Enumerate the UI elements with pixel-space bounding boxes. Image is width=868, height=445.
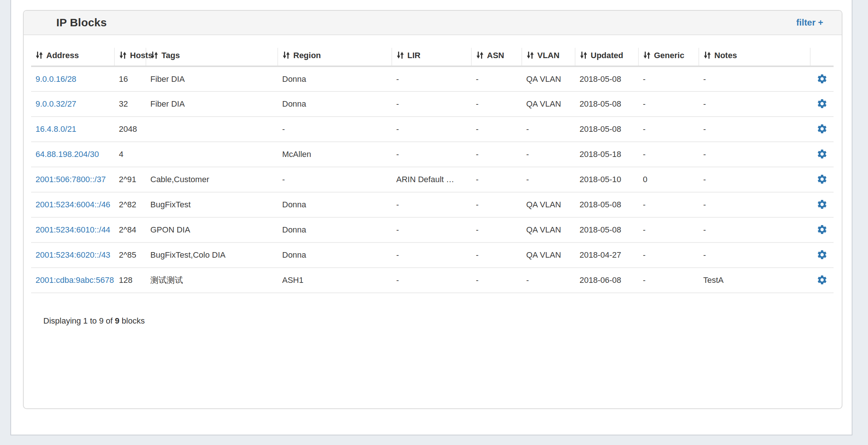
pagination-summary: Displaying 1 to 9 of 9 blocks bbox=[43, 316, 829, 326]
cell-generic: - bbox=[638, 142, 699, 167]
cell-vlan: QA VLAN bbox=[522, 242, 575, 268]
cell-region: - bbox=[278, 167, 392, 192]
cell-updated: 2018-06-08 bbox=[575, 268, 638, 293]
row-settings-button[interactable] bbox=[815, 122, 829, 136]
column-label: Hosts bbox=[130, 51, 153, 60]
table-header-row: Address Hosts Tags Region LIR ASN VLAN U… bbox=[31, 48, 834, 66]
address-link[interactable]: 2001:5234:6020::/43 bbox=[36, 250, 110, 260]
cell-address: 64.88.198.204/30 bbox=[31, 142, 114, 167]
cell-lir: - bbox=[392, 217, 471, 242]
cell-asn: - bbox=[471, 66, 522, 91]
row-settings-button[interactable] bbox=[815, 197, 829, 211]
sort-arrows-icon bbox=[526, 51, 535, 60]
cell-actions bbox=[810, 167, 834, 192]
cell-region: Donna bbox=[278, 66, 392, 91]
column-header-region[interactable]: Region bbox=[278, 48, 392, 66]
cell-notes: - bbox=[699, 167, 810, 192]
cell-vlan: - bbox=[522, 117, 575, 142]
cell-generic: - bbox=[638, 91, 699, 117]
row-settings-button[interactable] bbox=[815, 273, 829, 287]
cell-lir: - bbox=[392, 117, 471, 142]
column-header-notes[interactable]: Notes bbox=[699, 48, 810, 66]
table-row: 2001:5234:6004::/46 2^82 BugFixTest Donn… bbox=[31, 192, 834, 217]
pagination-text-suffix: blocks bbox=[122, 316, 145, 325]
gear-icon bbox=[817, 249, 828, 260]
gear-icon bbox=[817, 174, 828, 185]
address-link[interactable]: 2001:506:7800::/37 bbox=[36, 175, 106, 184]
column-label: Tags bbox=[161, 51, 180, 60]
cell-tags: 测试测试 bbox=[146, 268, 278, 293]
cell-actions bbox=[810, 91, 834, 117]
cell-vlan: QA VLAN bbox=[522, 192, 575, 217]
cell-region: Donna bbox=[278, 192, 392, 217]
cell-tags: BugFixTest,Colo DIA bbox=[146, 242, 278, 268]
content-panel: IP Blocks filter + Address Hosts Tags Re… bbox=[10, 0, 852, 435]
cell-actions bbox=[810, 192, 834, 217]
table-row: 2001:506:7800::/37 2^91 Cable,Customer -… bbox=[31, 167, 834, 192]
sort-arrows-icon bbox=[475, 51, 484, 60]
column-header-updated[interactable]: Updated bbox=[575, 48, 638, 66]
cell-updated: 2018-04-27 bbox=[575, 242, 638, 268]
cell-hosts: 4 bbox=[114, 142, 146, 167]
cell-region: ASH1 bbox=[278, 268, 392, 293]
cell-lir: - bbox=[392, 192, 471, 217]
table-row: 2001:cdba:9abc:5678::… 128 测试测试 ASH1 - -… bbox=[31, 268, 834, 293]
row-settings-button[interactable] bbox=[815, 72, 829, 86]
column-label: Region bbox=[293, 51, 321, 60]
column-header-hosts[interactable]: Hosts bbox=[114, 48, 146, 66]
cell-address: 2001:5234:6010::/44 bbox=[31, 217, 114, 242]
sort-arrows-icon bbox=[396, 51, 405, 60]
cell-tags: Fiber DIA bbox=[146, 91, 278, 117]
row-settings-button[interactable] bbox=[815, 248, 829, 262]
cell-region: Donna bbox=[278, 217, 392, 242]
address-link[interactable]: 16.4.8.0/21 bbox=[36, 124, 76, 134]
address-link[interactable]: 2001:cdba:9abc:5678::… bbox=[36, 275, 114, 285]
ip-blocks-card: IP Blocks filter + Address Hosts Tags Re… bbox=[23, 10, 842, 409]
sort-arrows-icon bbox=[579, 51, 588, 60]
column-header-address[interactable]: Address bbox=[31, 48, 114, 66]
gear-icon bbox=[817, 73, 828, 84]
column-header-tags[interactable]: Tags bbox=[146, 48, 278, 66]
sort-arrows-icon bbox=[118, 51, 127, 60]
cell-address: 2001:506:7800::/37 bbox=[31, 167, 114, 192]
column-header-vlan[interactable]: VLAN bbox=[522, 48, 575, 66]
cell-hosts: 2^84 bbox=[114, 217, 146, 242]
sort-arrows-icon bbox=[703, 51, 712, 60]
table-row: 2001:5234:6020::/43 2^85 BugFixTest,Colo… bbox=[31, 242, 834, 268]
row-settings-button[interactable] bbox=[815, 147, 829, 161]
cell-asn: - bbox=[471, 242, 522, 268]
cell-vlan: - bbox=[522, 268, 575, 293]
column-header-asn[interactable]: ASN bbox=[471, 48, 522, 66]
cell-tags: BugFixTest bbox=[146, 192, 278, 217]
cell-vlan: - bbox=[522, 142, 575, 167]
row-settings-button[interactable] bbox=[815, 97, 829, 111]
cell-hosts: 2^85 bbox=[114, 242, 146, 268]
row-settings-button[interactable] bbox=[815, 172, 829, 186]
table-row: 9.0.0.16/28 16 Fiber DIA Donna - - QA VL… bbox=[31, 66, 834, 91]
cell-updated: 2018-05-08 bbox=[575, 192, 638, 217]
address-link[interactable]: 64.88.198.204/30 bbox=[36, 150, 99, 159]
cell-actions bbox=[810, 66, 834, 91]
column-header-lir[interactable]: LIR bbox=[392, 48, 471, 66]
pagination-total-count: 9 bbox=[115, 316, 119, 325]
address-link[interactable]: 2001:5234:6010::/44 bbox=[36, 225, 110, 234]
filter-toggle-link[interactable]: filter + bbox=[796, 17, 823, 28]
row-settings-button[interactable] bbox=[815, 222, 829, 237]
cell-actions bbox=[810, 268, 834, 293]
cell-updated: 2018-05-10 bbox=[575, 167, 638, 192]
cell-tags: GPON DIA bbox=[146, 217, 278, 242]
column-label: Address bbox=[46, 51, 79, 60]
address-link[interactable]: 2001:5234:6004::/46 bbox=[36, 200, 110, 209]
cell-region: Donna bbox=[278, 242, 392, 268]
address-link[interactable]: 9.0.0.16/28 bbox=[36, 74, 76, 84]
address-link[interactable]: 9.0.0.32/27 bbox=[36, 99, 76, 108]
table-row: 9.0.0.32/27 32 Fiber DIA Donna - - QA VL… bbox=[31, 91, 834, 117]
gear-icon bbox=[817, 98, 828, 109]
gear-icon bbox=[817, 199, 828, 210]
cell-actions bbox=[810, 217, 834, 242]
cell-updated: 2018-05-08 bbox=[575, 217, 638, 242]
cell-lir: - bbox=[392, 268, 471, 293]
card-body: Address Hosts Tags Region LIR ASN VLAN U… bbox=[24, 35, 842, 326]
column-header-generic[interactable]: Generic bbox=[638, 48, 699, 66]
cell-lir: ARIN Default … bbox=[392, 167, 471, 192]
